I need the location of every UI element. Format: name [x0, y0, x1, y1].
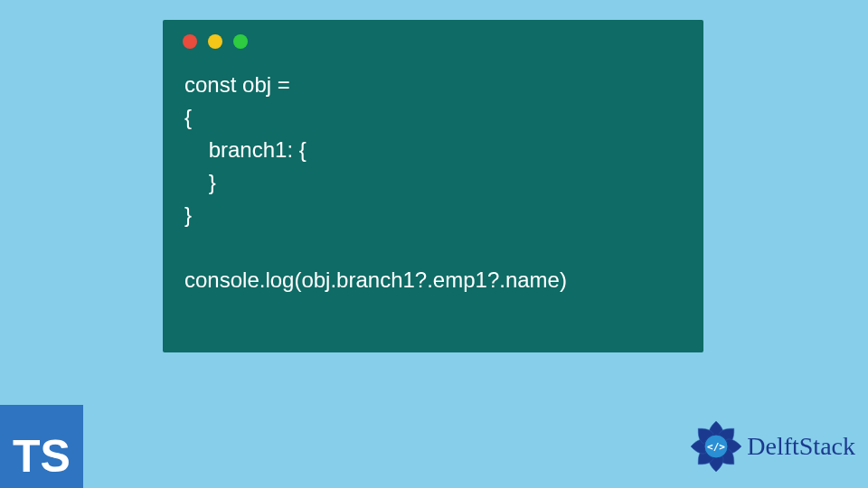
code-content: const obj = { branch1: { } } console.log…: [163, 49, 703, 296]
code-line: {: [184, 105, 192, 129]
typescript-badge-text: TS: [13, 430, 71, 483]
code-line: }: [184, 202, 192, 227]
minimize-icon: [208, 34, 222, 49]
code-line: }: [184, 170, 216, 194]
code-line: console.log(obj.branch1?.emp1?.name): [184, 267, 567, 292]
maximize-icon: [233, 34, 248, 49]
window-controls: [163, 20, 703, 49]
code-line: branch1: {: [184, 137, 307, 162]
delftstack-text: DelftStack: [747, 432, 855, 461]
typescript-badge: TS: [0, 405, 83, 488]
delftstack-logo: </> DelftStack: [687, 418, 855, 475]
code-window: const obj = { branch1: { } } console.log…: [163, 20, 703, 352]
svg-text:</>: </>: [707, 441, 725, 453]
code-line: const obj =: [184, 72, 290, 97]
close-icon: [183, 34, 197, 49]
delftstack-icon: </>: [687, 418, 745, 475]
